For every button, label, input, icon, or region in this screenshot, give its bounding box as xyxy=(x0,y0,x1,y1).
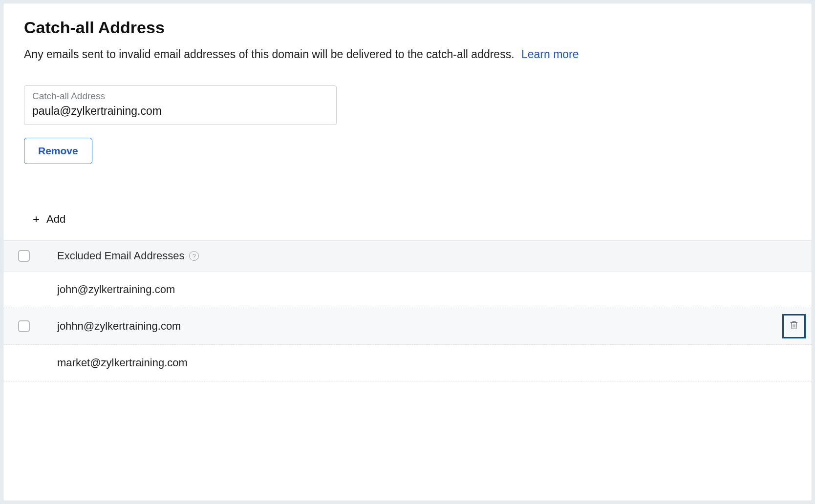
select-all-checkbox[interactable] xyxy=(18,250,30,262)
remove-button[interactable]: Remove xyxy=(24,138,92,164)
trash-icon xyxy=(789,319,799,333)
excluded-email: market@zylkertraining.com xyxy=(57,357,188,369)
row-checkbox[interactable] xyxy=(18,320,30,332)
excluded-email: johhn@zylkertraining.com xyxy=(57,320,181,333)
excluded-table-header: Excluded Email Addresses ? xyxy=(3,240,812,272)
catchall-input[interactable] xyxy=(32,105,328,118)
excluded-email: john@zylkertraining.com xyxy=(57,283,175,296)
excluded-table: Excluded Email Addresses ? john@zylkertr… xyxy=(3,240,812,381)
catchall-field-label: Catch-all Address xyxy=(32,91,328,102)
delete-row-button[interactable] xyxy=(782,314,806,338)
learn-more-link[interactable]: Learn more xyxy=(521,48,579,61)
add-button[interactable]: + Add xyxy=(3,169,812,240)
page-subtitle-row: Any emails sent to invalid email address… xyxy=(24,48,791,61)
help-icon[interactable]: ? xyxy=(189,251,199,261)
catchall-panel: Catch-all Address Any emails sent to inv… xyxy=(3,3,812,501)
plus-icon: + xyxy=(33,213,40,225)
page-title: Catch-all Address xyxy=(24,18,791,37)
table-row[interactable]: john@zylkertraining.com xyxy=(3,272,812,308)
page-subtitle: Any emails sent to invalid email address… xyxy=(24,48,515,61)
excluded-header-text: Excluded Email Addresses xyxy=(57,250,184,262)
catchall-address-field[interactable]: Catch-all Address xyxy=(24,85,337,125)
add-label: Add xyxy=(46,213,65,226)
table-row[interactable]: johhn@zylkertraining.com xyxy=(3,308,812,345)
table-row[interactable]: market@zylkertraining.com xyxy=(3,345,812,381)
excluded-header-label: Excluded Email Addresses ? xyxy=(57,250,199,262)
